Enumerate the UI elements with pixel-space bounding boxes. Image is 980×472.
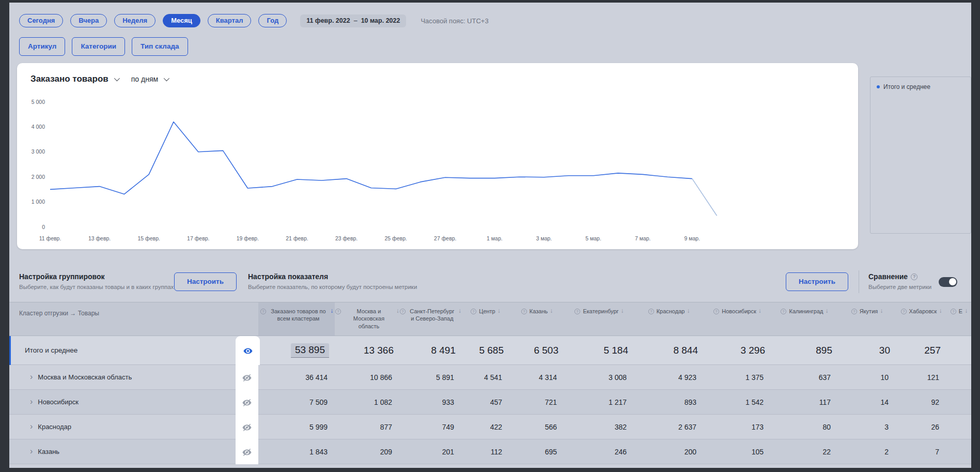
value-cell: 246 <box>564 439 634 464</box>
value-cell: 695 <box>509 439 564 464</box>
column-header-label: Хабаровск <box>909 308 937 336</box>
question-icon: ? <box>911 273 917 280</box>
sort-down-icon[interactable]: ↓ <box>497 307 501 336</box>
dimension-button-Тип склада[interactable]: Тип склада <box>132 37 188 56</box>
row-name-cell: ›Казань <box>9 439 236 464</box>
value-cell: 10 866 <box>335 365 399 390</box>
value-cell: 895 <box>772 336 839 365</box>
metric-settings: Настройка показателя Выберите показатель… <box>248 272 859 291</box>
table-body: Итого и среднее53 89513 3668 4915 6856 5… <box>9 336 971 464</box>
value-cell: 3 296 <box>705 336 772 365</box>
comparison-toggle[interactable] <box>939 277 957 287</box>
table-row-5[interactable]: ›Казань1 8432092011126952462001052227 <box>9 439 971 464</box>
value-cell: 1 375 <box>704 365 771 390</box>
y-axis-tick-label: 1 000 <box>32 199 45 205</box>
granularity-dropdown-chevron-icon[interactable] <box>164 75 169 81</box>
column-header-2[interactable]: ?Москва и Московская область↓ <box>335 302 399 336</box>
row-name: Итого и среднее <box>25 346 77 354</box>
column-header-label: Казань <box>530 308 548 336</box>
value-cell: 201 <box>399 439 461 464</box>
row-name: Новосибирск <box>38 398 79 406</box>
period-tab-Квартал[interactable]: Квартал <box>208 14 252 28</box>
expand-chevron-icon[interactable]: › <box>30 422 33 431</box>
column-header-4[interactable]: ?Центр↓ <box>461 302 509 336</box>
granularity-selector[interactable]: по дням <box>131 75 158 83</box>
grouping-configure-button[interactable]: Настроить <box>174 272 237 291</box>
sort-down-icon[interactable]: ↓ <box>939 307 942 336</box>
column-header-8[interactable]: ?Новосибирск↓ <box>704 302 771 336</box>
sort-down-icon[interactable]: ↓ <box>396 307 399 336</box>
settings-row: Настройка группировок Выберите, как буду… <box>9 267 971 297</box>
orders-line-chart: 01 0002 0003 0004 0005 00011 февр.13 фев… <box>25 93 849 248</box>
comparison-settings: Сравнение ? Выберите две метрики <box>859 270 971 293</box>
column-header-12[interactable]: ?Е↓ <box>946 302 971 336</box>
expand-chevron-icon[interactable]: › <box>30 373 33 381</box>
timezone-label: Часовой пояс: UTC+3 <box>421 17 488 25</box>
dimension-button-Артикул[interactable]: Артикул <box>19 37 65 56</box>
x-axis-tick-label: 23 февр. <box>335 235 357 241</box>
value-cell: 80 <box>771 415 838 439</box>
chart-legend-panel: Итого и среднее <box>870 77 971 234</box>
y-axis-tick-label: 4 000 <box>32 124 45 130</box>
value-cell: 5 685 <box>463 336 511 365</box>
column-header-label: Москва и Московская область <box>344 308 394 336</box>
table-header-row: Кластер отгрузки → Товары?Заказано товар… <box>9 302 971 336</box>
period-tab-Год[interactable]: Год <box>258 14 287 28</box>
x-axis-tick-label: 21 февр. <box>286 235 308 241</box>
sort-down-icon[interactable]: ↓ <box>826 307 829 336</box>
column-header-11[interactable]: ?Хабаровск↓ <box>896 302 946 336</box>
column-header-9[interactable]: ?Калининград↓ <box>771 302 838 336</box>
value-cell-cut <box>946 415 971 439</box>
chart-metric-dropdown-chevron-icon[interactable] <box>114 75 119 81</box>
eye-toggle-cell[interactable] <box>236 390 258 415</box>
sort-down-icon[interactable]: ↓ <box>880 307 883 336</box>
value-cell-cut <box>946 439 971 464</box>
column-header-3[interactable]: ?Санкт-Петербург и Северо-Запад↓ <box>399 302 461 336</box>
period-tab-Месяц[interactable]: Месяц <box>163 14 200 28</box>
table-row-4[interactable]: ›Краснодар5 9998777494225663822 63717380… <box>9 415 971 439</box>
value-cell: 26 <box>896 415 946 439</box>
column-header-10[interactable]: ?Якутия↓ <box>838 302 896 336</box>
value-cell: 637 <box>771 365 838 390</box>
date-range-chip[interactable]: 11 февр. 2022–10 мар. 2022 <box>300 14 406 27</box>
column-header-1[interactable]: ?Заказано товаров по всем кластерам↓ <box>258 302 335 336</box>
value-cell: 8 491 <box>401 336 463 365</box>
column-header-5[interactable]: ?Казань↓ <box>509 302 564 336</box>
value-cell: 2 637 <box>634 415 704 439</box>
expand-chevron-icon[interactable]: › <box>30 447 33 455</box>
metric-configure-button[interactable]: Настроить <box>786 272 848 291</box>
period-tab-Неделя[interactable]: Неделя <box>114 14 155 28</box>
period-tab-Вчера[interactable]: Вчера <box>70 14 107 28</box>
table-row-2[interactable]: ›Москва и Московская область36 41410 866… <box>9 365 971 390</box>
dimension-button-Категории[interactable]: Категории <box>72 37 125 56</box>
chart-title: Заказано товаров <box>30 74 108 84</box>
sort-down-icon[interactable]: ↓ <box>550 307 553 336</box>
column-header-7[interactable]: ?Краснодар↓ <box>634 302 704 336</box>
expand-chevron-icon[interactable]: › <box>30 398 33 406</box>
value-cell-cut <box>946 390 971 415</box>
column-header-6[interactable]: ?Екатеринбург↓ <box>564 302 634 336</box>
eye-toggle-cell[interactable] <box>236 415 258 439</box>
value-cell: 7 <box>896 439 946 464</box>
value-cell: 5 184 <box>566 336 635 365</box>
value-cell: 2 <box>838 439 896 464</box>
x-axis-tick-label: 15 февр. <box>137 235 160 241</box>
sort-down-icon[interactable]: ↓ <box>965 307 968 336</box>
legend-item-total[interactable]: Итого и среднее <box>877 83 965 90</box>
sort-down-icon[interactable]: ↓ <box>758 307 761 336</box>
eye-toggle-cell[interactable] <box>236 336 260 365</box>
eye-toggle-cell[interactable] <box>236 365 258 390</box>
eye-visible-icon <box>243 347 253 355</box>
eye-toggle-cell[interactable] <box>236 439 258 464</box>
table-row-1[interactable]: Итого и среднее53 89513 3668 4915 6856 5… <box>9 336 971 365</box>
value-cell: 3 <box>838 415 896 439</box>
sort-down-icon[interactable]: ↓ <box>621 307 624 336</box>
sort-down-icon[interactable]: ↓ <box>687 307 690 336</box>
y-axis-tick-label: 3 000 <box>32 148 45 155</box>
eye-hidden-icon <box>242 399 252 406</box>
eye-hidden-icon <box>242 448 252 456</box>
sort-down-icon[interactable]: ↓ <box>330 307 333 336</box>
question-icon: ? <box>713 309 719 314</box>
table-row-3[interactable]: ›Новосибирск7 5091 0829334577211 2178931… <box>9 390 971 415</box>
period-tab-Сегодня[interactable]: Сегодня <box>19 14 63 28</box>
